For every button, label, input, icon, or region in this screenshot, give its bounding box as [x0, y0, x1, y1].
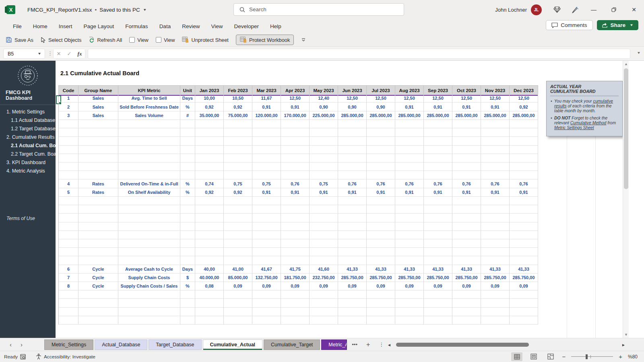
cell[interactable]	[367, 290, 395, 299]
cell[interactable]	[281, 299, 310, 307]
scroll-left-icon[interactable]: ◄	[387, 343, 394, 347]
cell[interactable]	[252, 120, 281, 128]
cell[interactable]: 75.000,00	[224, 111, 252, 120]
cell[interactable]	[452, 146, 481, 154]
cell[interactable]	[338, 222, 367, 231]
cell[interactable]	[224, 120, 252, 128]
cell[interactable]	[252, 308, 281, 316]
cell[interactable]	[195, 222, 224, 231]
cell[interactable]	[510, 290, 538, 299]
cell[interactable]	[424, 214, 452, 222]
cell[interactable]	[367, 171, 395, 179]
cell[interactable]	[367, 197, 395, 205]
minimize-button[interactable]: —	[584, 0, 604, 19]
cell[interactable]	[59, 214, 78, 222]
cell[interactable]	[252, 256, 281, 265]
cell[interactable]	[452, 214, 481, 222]
cell[interactable]	[195, 239, 224, 248]
cell[interactable]: 0,91	[395, 188, 424, 197]
cell[interactable]	[195, 162, 224, 171]
cell[interactable]	[452, 137, 481, 145]
cell[interactable]	[59, 290, 78, 299]
cell[interactable]	[252, 128, 281, 137]
cell[interactable]: 10,50	[224, 94, 252, 103]
menu-view[interactable]: View	[205, 21, 228, 32]
cell[interactable]	[310, 120, 338, 128]
cell[interactable]: 0,92	[224, 188, 252, 197]
cell[interactable]: Sales	[78, 111, 118, 120]
cell[interactable]: 0,09	[395, 282, 424, 290]
cell[interactable]: 0,76	[367, 179, 395, 188]
excel-logo-icon[interactable]: X	[6, 5, 15, 14]
cell[interactable]	[510, 128, 538, 137]
cell[interactable]: $	[180, 274, 195, 282]
formula-input[interactable]	[88, 49, 630, 59]
cell[interactable]	[367, 231, 395, 239]
enter-check-icon[interactable]: ✓	[67, 51, 72, 57]
cell[interactable]	[195, 308, 224, 316]
cell[interactable]	[281, 290, 310, 299]
cell[interactable]: 0,76	[452, 179, 481, 188]
cell[interactable]	[59, 248, 78, 256]
cell[interactable]: 285.750,00	[481, 274, 510, 282]
sidebar-item-2-1-actual-cum-board[interactable]: 2.1 Actual Cum. Board	[0, 142, 56, 150]
sidebar-item-2-2-target-cum-board[interactable]: 2.2 Target Cum. Board	[0, 150, 56, 158]
cell[interactable]	[78, 137, 118, 145]
cell[interactable]: 40.000,00	[195, 274, 224, 282]
cell[interactable]	[78, 128, 118, 137]
refresh-all-button[interactable]: Refresh All	[89, 37, 122, 43]
cell[interactable]: 11,67	[252, 94, 281, 103]
cell[interactable]: Cycle	[78, 274, 118, 282]
cell[interactable]	[180, 162, 195, 171]
cell[interactable]: 0,91	[481, 103, 510, 111]
menu-home[interactable]: Home	[27, 21, 53, 32]
cell[interactable]	[252, 316, 281, 325]
cell[interactable]	[424, 290, 452, 299]
cell[interactable]	[281, 205, 310, 214]
cell[interactable]	[395, 162, 424, 171]
cell[interactable]	[78, 290, 118, 299]
cell[interactable]	[281, 120, 310, 128]
cell[interactable]	[281, 197, 310, 205]
cell[interactable]	[224, 248, 252, 256]
cell[interactable]: 0,74	[195, 179, 224, 188]
diamond-icon[interactable]	[548, 0, 566, 19]
cell[interactable]: %	[180, 103, 195, 111]
cell[interactable]: 0,91	[424, 188, 452, 197]
cell[interactable]	[224, 171, 252, 179]
cell[interactable]: 120.000,00	[252, 111, 281, 120]
cell[interactable]	[78, 248, 118, 256]
cell[interactable]	[452, 120, 481, 128]
cell[interactable]	[281, 222, 310, 231]
cell[interactable]	[481, 231, 510, 239]
cell[interactable]	[510, 299, 538, 307]
unprotect-sheet-button[interactable]: Unprotect Sheet	[182, 37, 228, 43]
cell[interactable]	[395, 231, 424, 239]
cell[interactable]	[252, 290, 281, 299]
insert-function-button[interactable]: fx	[78, 51, 82, 57]
cell[interactable]	[59, 137, 78, 145]
cell[interactable]	[338, 197, 367, 205]
next-sheet-icon[interactable]: ›	[21, 341, 23, 348]
cell[interactable]: 0,91	[481, 188, 510, 197]
cell[interactable]	[118, 299, 180, 307]
zoom-level[interactable]: %80	[628, 354, 640, 360]
cell[interactable]	[281, 316, 310, 325]
cell[interactable]	[59, 171, 78, 179]
macro-record-button[interactable]	[20, 354, 26, 360]
cell[interactable]	[367, 239, 395, 248]
cell[interactable]	[452, 154, 481, 162]
cell[interactable]	[180, 222, 195, 231]
tab-metric_a[interactable]: Metric_A	[321, 339, 347, 350]
cell[interactable]	[510, 137, 538, 145]
cell[interactable]: 0,09	[452, 282, 481, 290]
formula-bar-expand-icon[interactable]: ▼	[637, 51, 641, 55]
cell[interactable]	[118, 239, 180, 248]
cell[interactable]	[224, 197, 252, 205]
cell[interactable]	[195, 290, 224, 299]
cell[interactable]	[424, 316, 452, 325]
cell[interactable]	[424, 205, 452, 214]
cell[interactable]: 35.000,00	[195, 111, 224, 120]
cell[interactable]	[424, 239, 452, 248]
cell[interactable]: 0,91	[281, 103, 310, 111]
